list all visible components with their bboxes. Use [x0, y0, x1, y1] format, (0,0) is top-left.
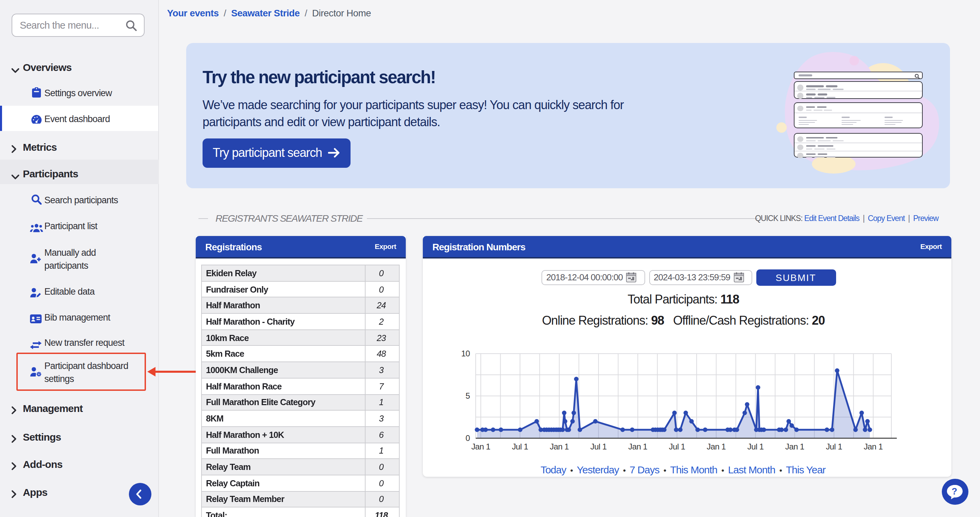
- svg-text:Jul 1: Jul 1: [590, 442, 607, 451]
- svg-text:Jan 1: Jan 1: [785, 442, 804, 451]
- svg-text:10: 10: [461, 349, 470, 358]
- svg-text:Jan 1: Jan 1: [471, 442, 490, 451]
- svg-text:Jan 1: Jan 1: [707, 442, 726, 451]
- svg-text:Jul 1: Jul 1: [512, 442, 528, 451]
- svg-text:Jan 1: Jan 1: [550, 442, 569, 451]
- svg-text:Jul 1: Jul 1: [669, 442, 686, 451]
- svg-text:Jan 1: Jan 1: [864, 442, 883, 451]
- svg-text:Jul 1: Jul 1: [748, 442, 764, 451]
- svg-text:0: 0: [465, 433, 470, 443]
- svg-text:5: 5: [465, 391, 470, 400]
- svg-text:Jan 1: Jan 1: [628, 442, 648, 451]
- svg-text:?: ?: [952, 486, 958, 496]
- svg-text:Jul 1: Jul 1: [826, 442, 842, 451]
